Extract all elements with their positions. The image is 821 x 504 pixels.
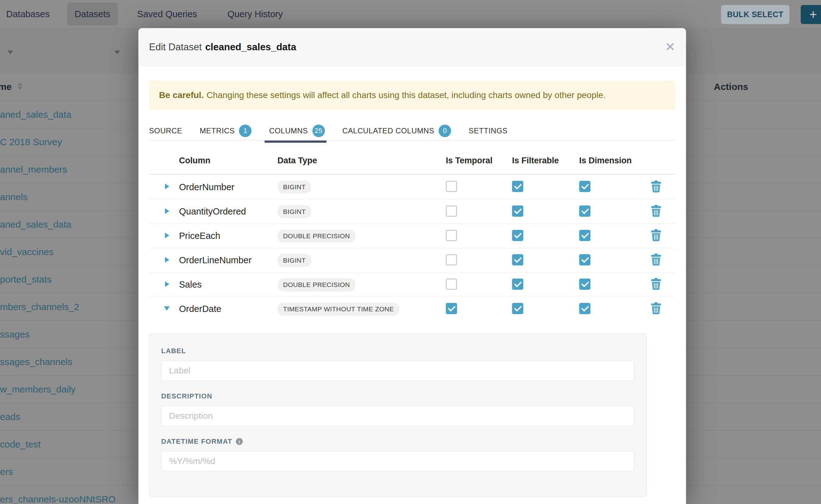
dataset-link[interactable]: vid_vaccines	[0, 247, 54, 257]
dataset-link[interactable]: w_members_daily	[0, 384, 76, 395]
modal-title: Edit Dataset	[149, 42, 202, 53]
delete-column-icon[interactable]	[651, 302, 661, 314]
name-column-header[interactable]: me	[0, 82, 12, 92]
nav-item-datasets-label: Datasets	[75, 9, 110, 19]
column-row-sales: Sales DOUBLE PRECISION	[149, 272, 675, 297]
bulk-select-button[interactable]: BULK SELECT	[721, 5, 789, 24]
is-dimension-checkbox[interactable]	[579, 205, 591, 217]
tab-metrics-label: METRICS	[200, 126, 235, 135]
dataset-link[interactable]: code_test	[0, 439, 41, 450]
expand-caret-icon[interactable]	[165, 233, 169, 238]
data-type-pill: BIGINT	[277, 180, 311, 194]
dataset-link[interactable]: ported_stats	[0, 274, 52, 285]
expand-caret-icon[interactable]	[165, 257, 169, 263]
warning-banner: Be careful. Changing these settings will…	[149, 81, 675, 110]
is-filterable-checkbox[interactable]	[512, 181, 523, 192]
is-temporal-checkbox[interactable]	[446, 230, 457, 241]
dataset-link[interactable]: ssages_channels	[0, 357, 72, 367]
calculated-columns-count-badge: 0	[439, 125, 451, 137]
delete-column-icon[interactable]	[651, 254, 661, 266]
is-dimension-checkbox[interactable]	[579, 279, 591, 290]
left-dropdown-caret-icon[interactable]	[7, 51, 13, 54]
nav-item-datasets-active[interactable]: Datasets	[67, 2, 118, 26]
is-dimension-checkbox[interactable]	[579, 303, 591, 314]
is-dimension-checkbox[interactable]	[579, 230, 591, 241]
info-icon[interactable]: i	[236, 438, 243, 445]
modal-title-dataset-name: cleaned_sales_data	[205, 42, 296, 53]
nav-item-databases[interactable]: Databases	[6, 9, 50, 19]
warning-bold-text: Be careful.	[159, 90, 204, 100]
column-row-ordernumber: OrderNumber BIGINT	[149, 175, 675, 199]
header-is-temporal: Is Temporal	[446, 156, 512, 166]
datetime-format-field-heading: DATETIME FORMAT i	[161, 437, 635, 446]
is-dimension-checkbox[interactable]	[579, 254, 591, 265]
header-is-filterable: Is Filterable	[512, 156, 579, 166]
dataset-link[interactable]: C 2018 Survey	[0, 137, 62, 147]
data-type-pill: DOUBLE PRECISION	[277, 278, 355, 291]
is-filterable-checkbox[interactable]	[512, 230, 523, 241]
delete-column-icon[interactable]	[651, 278, 661, 290]
tab-columns[interactable]: COLUMNS 25	[269, 122, 324, 140]
dataset-link[interactable]: ers	[0, 467, 13, 477]
column-row-orderdate-expanded: OrderDate TIMESTAMP WITHOUT TIME ZONE	[149, 297, 675, 321]
is-temporal-checkbox[interactable]	[446, 279, 457, 290]
dataset-link[interactable]: ssages	[0, 329, 30, 340]
delete-column-icon[interactable]	[651, 180, 661, 193]
is-temporal-checkbox[interactable]	[446, 303, 457, 314]
column-row-orderlinenumber: OrderLineNumber BIGINT	[149, 248, 675, 272]
datetime-format-input[interactable]	[161, 451, 635, 472]
description-input[interactable]	[161, 406, 635, 426]
delete-column-icon[interactable]	[651, 205, 661, 217]
dataset-link[interactable]: ers_channels-uzooNNtSRO	[0, 494, 116, 504]
is-filterable-checkbox[interactable]	[512, 205, 523, 217]
column-name: PriceEach	[179, 231, 277, 241]
column-name: QuantityOrdered	[179, 206, 277, 217]
column-row-quantityordered: QuantityOrdered BIGINT	[149, 199, 675, 224]
column-name: OrderNumber	[179, 182, 277, 192]
data-type-pill: DOUBLE PRECISION	[277, 230, 355, 243]
add-dataset-button[interactable]: +	[801, 5, 821, 24]
columns-count-badge: 25	[312, 125, 325, 137]
is-filterable-checkbox[interactable]	[512, 254, 523, 265]
collapse-caret-icon[interactable]	[164, 306, 170, 311]
top-nav: Databases Datasets Saved Queries Query H…	[0, 0, 821, 28]
metrics-count-badge: 1	[239, 125, 251, 137]
tab-settings[interactable]: SETTINGS	[469, 122, 508, 140]
column-name: OrderLineNumber	[179, 255, 277, 265]
tab-calculated-columns[interactable]: CALCULATED COLUMNS 0	[342, 122, 451, 140]
is-temporal-checkbox[interactable]	[446, 254, 457, 265]
nav-item-saved-queries[interactable]: Saved Queries	[137, 9, 197, 19]
description-field-heading: DESCRIPTION	[161, 392, 635, 400]
tab-metrics[interactable]: METRICS 1	[200, 122, 251, 140]
tab-source[interactable]: SOURCE	[149, 122, 182, 140]
dataset-link[interactable]: aned_sales_data	[0, 219, 72, 230]
tab-columns-label: COLUMNS	[269, 126, 308, 135]
is-dimension-checkbox[interactable]	[579, 181, 591, 192]
label-field-heading-text: LABEL	[161, 347, 186, 355]
edit-dataset-modal: Edit Dataset cleaned_sales_data ✕ Be car…	[138, 28, 686, 504]
is-filterable-checkbox[interactable]	[512, 279, 523, 290]
expand-caret-icon[interactable]	[165, 208, 169, 214]
warning-text: Changing these settings will affect all …	[206, 90, 606, 100]
nav-item-query-history[interactable]: Query History	[227, 9, 283, 19]
dataset-link[interactable]: annels	[0, 192, 27, 202]
tab-calculated-columns-label: CALCULATED COLUMNS	[342, 126, 434, 135]
close-icon[interactable]: ✕	[665, 40, 675, 54]
expand-caret-icon[interactable]	[165, 281, 169, 287]
is-temporal-checkbox[interactable]	[446, 205, 457, 217]
dataset-link[interactable]: eads	[0, 412, 20, 422]
expand-caret-icon[interactable]	[165, 184, 169, 189]
column-detail-panel: LABEL DESCRIPTION DATETIME FORMAT i	[149, 334, 647, 496]
data-type-pill: TIMESTAMP WITHOUT TIME ZONE	[277, 303, 399, 316]
is-temporal-checkbox[interactable]	[446, 181, 457, 192]
delete-column-icon[interactable]	[651, 229, 661, 241]
sort-icon[interactable]	[17, 83, 22, 90]
database-dropdown-caret-icon[interactable]	[114, 51, 120, 54]
column-row-priceeach: PriceEach DOUBLE PRECISION	[149, 224, 675, 248]
label-input[interactable]	[161, 360, 635, 381]
dataset-link[interactable]: annel_members	[0, 164, 67, 175]
dataset-link[interactable]: mbers_channels_2	[0, 302, 79, 312]
dataset-link[interactable]: aned_sales_data	[0, 109, 72, 120]
modal-tabs: SOURCE METRICS 1 COLUMNS 25 CALCULATED C…	[149, 122, 675, 141]
is-filterable-checkbox[interactable]	[512, 303, 523, 314]
